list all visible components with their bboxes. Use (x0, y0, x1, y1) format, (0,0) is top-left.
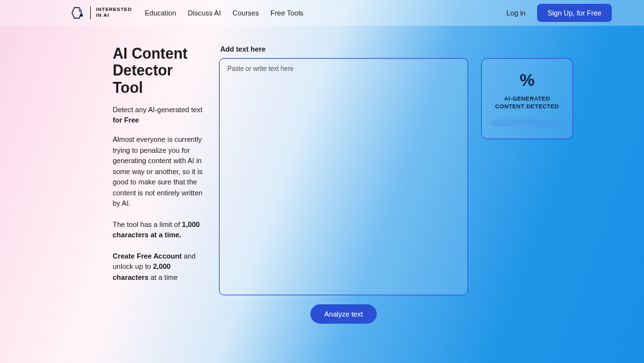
result-label: AI-GENERATED CONTENT DETECTED (489, 95, 565, 110)
logo[interactable]: INTERESTED IN AI (71, 6, 132, 20)
result-box: % AI-GENERATED CONTENT DETECTED (481, 58, 573, 139)
nav-courses[interactable]: Courses (232, 9, 259, 17)
input-label: Add text here (220, 45, 265, 53)
main-content: AI Content Detector Tool Detect any AI-g… (0, 26, 644, 324)
description: Almost everyone is currently trying to p… (113, 134, 206, 209)
logo-text: INTERESTED IN AI (96, 7, 132, 19)
create-account-text: Create Free Account and unlock up to 2,0… (113, 251, 206, 283)
signup-button[interactable]: Sign Up, for Free (537, 4, 612, 22)
subtitle: Detect any AI-generated text for Free (113, 105, 206, 125)
center-column: Add text here Analyze text (219, 45, 468, 324)
login-link[interactable]: Log in (506, 9, 526, 17)
percent-value: % (520, 70, 535, 90)
nav-education[interactable]: Education (145, 9, 176, 17)
svg-point-0 (79, 9, 82, 12)
logo-icon (71, 6, 85, 20)
analyze-button[interactable]: Analyze text (310, 304, 377, 324)
right-column: % AI-GENERATED CONTENT DETECTED (481, 58, 573, 324)
limit-text: The tool has a limit of 1,000 characters… (113, 219, 206, 240)
nav-discuss-ai[interactable]: Discuss AI (188, 9, 221, 17)
navbar: INTERESTED IN AI Education Discuss AI Co… (0, 0, 644, 26)
left-column: AI Content Detector Tool Detect any AI-g… (113, 45, 206, 324)
svg-point-1 (80, 14, 83, 17)
progress-bar (491, 119, 563, 127)
page-title: AI Content Detector Tool (113, 45, 206, 96)
nav-links: Education Discuss AI Courses Free Tools (145, 9, 303, 17)
nav-free-tools[interactable]: Free Tools (270, 9, 303, 17)
text-input[interactable] (219, 58, 468, 295)
logo-divider (90, 6, 91, 19)
